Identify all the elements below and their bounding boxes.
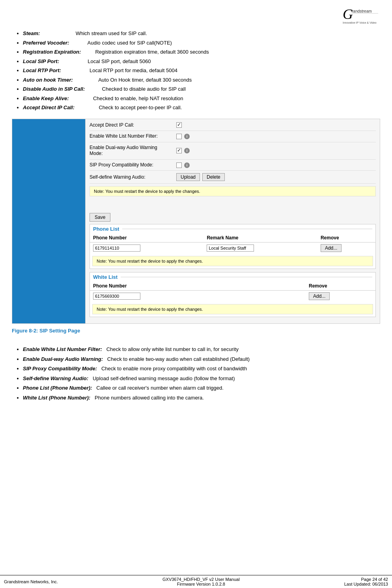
- white-list-phone-input[interactable]: [93, 293, 140, 300]
- phone-list-header: Phone List: [90, 224, 375, 233]
- page-wrapper: G randstream Innovative IP Voice & Video…: [0, 0, 392, 401]
- bullet-term: Disable Audio in SIP Call:: [23, 86, 85, 92]
- col-remark-name: Remark Name: [203, 233, 317, 243]
- checkbox-sip-proxy[interactable]: [176, 162, 182, 168]
- bullet-term: Self-define Warning Audio:: [23, 375, 88, 381]
- form-control: i: [176, 134, 190, 139]
- bullet-term: Enable Keep Alive:: [23, 95, 69, 101]
- bullet-desc: Local RTP port for media, default 5004: [90, 67, 177, 73]
- form-label: Enable White List Number Filter:: [90, 133, 176, 140]
- bullet-term: Phone List (Phone Number):: [23, 385, 92, 391]
- table-row: Add...: [90, 243, 375, 254]
- bullet-term: Registration Expiration:: [23, 49, 81, 55]
- list-item: Disable Audio in SIP Call: Checked to di…: [23, 85, 380, 93]
- bullet-desc: Local SIP port, default 5060: [88, 58, 151, 64]
- white-list-add-button[interactable]: Add...: [309, 292, 330, 300]
- bullet-term: Auto on hook Timer:: [23, 77, 73, 83]
- remark-name-cell: [203, 243, 317, 254]
- info-icon[interactable]: i: [184, 134, 190, 139]
- remark-name-input[interactable]: [207, 245, 254, 252]
- white-list-note-text: Note: You must restart the device to app…: [97, 307, 203, 312]
- form-label: SIP Proxy Compatibility Mode:: [90, 162, 176, 168]
- bottom-bullet-section: Enable White List Number Filter: Check t…: [12, 345, 380, 401]
- phone-add-button[interactable]: Add...: [321, 244, 342, 252]
- svg-text:G: G: [343, 6, 353, 22]
- checkbox-accept-direct[interactable]: [176, 122, 182, 128]
- info-icon[interactable]: i: [184, 148, 190, 153]
- white-list-title: White List: [93, 274, 118, 280]
- form-control: i: [176, 148, 190, 153]
- white-list-note: Note: You must restart the device to app…: [92, 304, 373, 314]
- phone-list-note-text: Note: You must restart the device to app…: [97, 259, 203, 263]
- bullet-desc: Checked to disable audio for SIP call: [102, 86, 186, 92]
- bullet-desc: Check to enable two-way audio when call …: [107, 356, 250, 362]
- footer-left: Grandstream Networks, Inc.: [4, 579, 58, 584]
- bottom-bullet-list: Enable White List Number Filter: Check t…: [12, 345, 380, 401]
- phone-list-section: Phone List Phone Number Remark Name Remo…: [90, 224, 376, 269]
- list-item: Phone List (Phone Number): Callee or cal…: [23, 384, 380, 392]
- page-footer: Grandstream Networks, Inc. GXV3674_HD/FH…: [0, 575, 392, 588]
- bullet-desc: Registration expiration time, default 36…: [95, 49, 209, 55]
- screenshot-sidebar: [12, 119, 85, 324]
- footer-center-line1: GXV3674_HD/FHD_VF v2 User Manual: [162, 577, 240, 582]
- add-button-cell: Add...: [317, 243, 375, 254]
- table-row: Add...: [90, 291, 375, 302]
- bullet-term: Preferred Vocoder:: [23, 40, 69, 46]
- bullet-term: Accept Direct IP Call:: [23, 105, 75, 110]
- form-label: Self-define Warning Audio:: [90, 174, 176, 181]
- top-bullet-list: Steam: Which stream used for SIP call. P…: [12, 30, 380, 112]
- bullet-desc: Audio codec used for SIP call(NOTE): [88, 40, 172, 46]
- bullet-desc: Phone numbers allowed calling into the c…: [95, 395, 204, 401]
- col-phone-number: Phone Number: [90, 233, 203, 243]
- form-label: Accept Direct IP Call:: [90, 122, 176, 129]
- form-row-warning-audio: Self-define Warning Audio: Upload Delete: [90, 173, 376, 184]
- form-control: [176, 122, 182, 128]
- list-item: Registration Expiration: Registration ex…: [23, 48, 380, 56]
- form-row-dual-audio: Enable Dual-way Audio WarningMode: i: [90, 145, 376, 160]
- bullet-desc: Which stream used for SIP call.: [76, 30, 147, 36]
- bullet-term: SIP Proxy Compatibility Mode:: [23, 366, 97, 371]
- bullet-desc: Check to allow only white list number to…: [106, 346, 239, 352]
- bullet-desc: Upload self-defined warning message audi…: [93, 375, 235, 381]
- footer-center: GXV3674_HD/FHD_VF v2 User Manual Firmwar…: [162, 577, 240, 586]
- white-list-section: White List Phone Number Remove: [90, 272, 376, 317]
- list-item: Preferred Vocoder: Audio codec used for …: [23, 39, 380, 47]
- checkbox-dual-audio[interactable]: [176, 148, 182, 153]
- bullet-desc: Checked to enable, help NAT resolution: [93, 95, 183, 101]
- bullet-desc: Callee or call receiver's number when al…: [96, 385, 224, 391]
- footer-right-line1: Page 24 of 42: [344, 577, 388, 582]
- phone-number-input[interactable]: [93, 245, 140, 252]
- note-box-1: Note: You must restart the device to app…: [90, 186, 376, 196]
- screenshot-container: Accept Direct IP Call: Enable White List…: [12, 119, 380, 324]
- list-item: Local RTP Port: Local RTP port for media…: [23, 67, 380, 75]
- white-list-table: Phone Number Remove Add...: [90, 282, 375, 302]
- bullet-term: Local RTP Port:: [23, 67, 61, 73]
- list-item: Enable Dual-way Audio Warning: Check to …: [23, 355, 380, 363]
- col-remove-wl: Remove: [306, 282, 375, 291]
- add-button-cell-wl: Add...: [306, 291, 375, 302]
- info-icon[interactable]: i: [184, 162, 190, 168]
- bullet-desc: Check to enable more proxy compatibility…: [101, 366, 247, 371]
- upload-button[interactable]: Upload: [176, 173, 200, 181]
- bullet-term: Steam:: [23, 30, 40, 36]
- list-item: SIP Proxy Compatibility Mode: Check to e…: [23, 365, 380, 373]
- list-item: Auto on hook Timer: Auto On Hook timer, …: [23, 76, 380, 84]
- list-item: Enable Keep Alive: Checked to enable, he…: [23, 95, 380, 103]
- top-bullet-section: Steam: Which stream used for SIP call. P…: [12, 30, 380, 112]
- list-item: Enable White List Number Filter: Check t…: [23, 345, 380, 353]
- save-button[interactable]: Save: [90, 213, 110, 222]
- form-row-accept-direct: Accept Direct IP Call:: [90, 122, 376, 131]
- phone-number-cell-wl: [90, 291, 227, 302]
- phone-list-line: [122, 229, 372, 229]
- list-item: White List (Phone Number): Phone numbers…: [23, 394, 380, 402]
- list-item: Accept Direct IP Call: Check to accept p…: [23, 104, 380, 112]
- bullet-term: Local SIP Port:: [23, 58, 59, 64]
- checkbox-whitelist-filter[interactable]: [176, 134, 182, 139]
- logo-area: G randstream Innovative IP Voice & Video: [12, 4, 380, 26]
- delete-button[interactable]: Delete: [202, 173, 225, 181]
- bullet-term: Enable Dual-way Audio Warning:: [23, 356, 103, 362]
- bullet-term: White List (Phone Number):: [23, 395, 90, 401]
- white-list-header: White List: [90, 273, 375, 282]
- list-item: Self-define Warning Audio: Upload self-d…: [23, 375, 380, 383]
- phone-list-note: Note: You must restart the device to app…: [92, 256, 373, 266]
